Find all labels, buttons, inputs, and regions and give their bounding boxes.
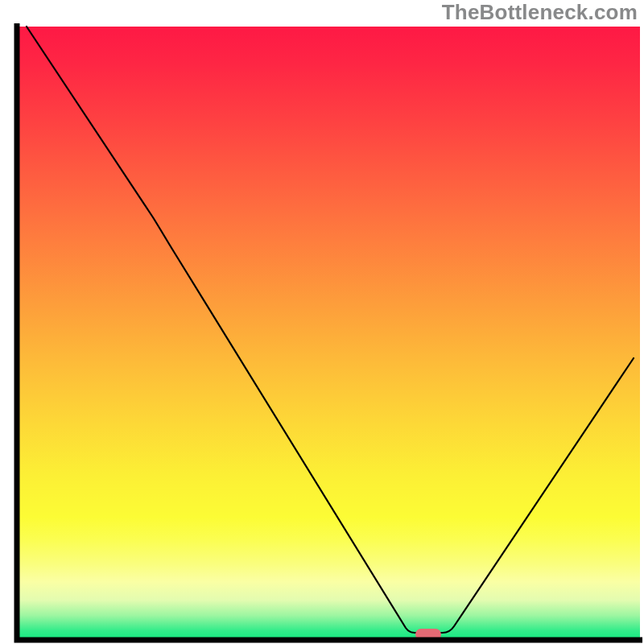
chart-frame: TheBottleneck.com bbox=[0, 0, 644, 644]
plot-background bbox=[17, 27, 640, 640]
chart-svg bbox=[0, 0, 644, 644]
